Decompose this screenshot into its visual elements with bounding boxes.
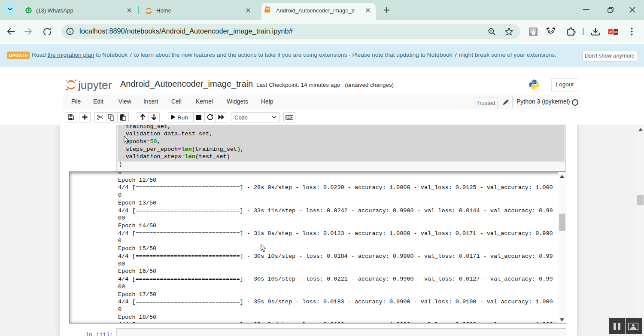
svg-text:13: 13: [27, 8, 31, 12]
